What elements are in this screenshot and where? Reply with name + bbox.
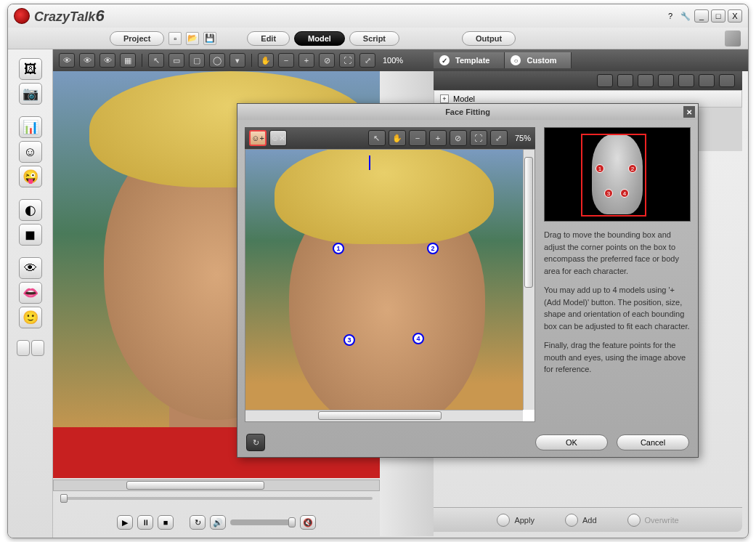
ref-marker-4: 4 bbox=[620, 189, 629, 198]
expand-icon[interactable]: ⤢ bbox=[490, 130, 508, 146]
tab-model[interactable]: Model bbox=[294, 31, 345, 46]
tool-mask-icon[interactable]: ◐ bbox=[19, 199, 42, 221]
dialog-close-button[interactable]: ✕ bbox=[683, 106, 695, 118]
dialog-canvas[interactable]: 1 2 3 4 bbox=[245, 150, 523, 410]
tool-prev-icon[interactable] bbox=[17, 340, 30, 356]
marker-mouth-right[interactable]: 4 bbox=[412, 333, 424, 344]
pause-button[interactable]: ⏸ bbox=[137, 515, 153, 530]
tool-eye-icon[interactable]: 👁 bbox=[19, 257, 42, 279]
tree-expand-icon[interactable]: + bbox=[440, 94, 449, 103]
overwrite-icon bbox=[627, 514, 641, 527]
remove-face-icon[interactable]: ☺✕ bbox=[269, 130, 287, 146]
circ-icon[interactable]: ◯ bbox=[209, 53, 225, 68]
minimize-button[interactable]: _ bbox=[694, 9, 709, 23]
left-toolbar: 🖼 📷 📊 ☺ 😜 ◐ ◼ 👁 👄 🙂 bbox=[8, 49, 53, 538]
volume-slider[interactable] bbox=[230, 519, 296, 525]
ref-marker-1: 1 bbox=[596, 164, 604, 173]
tool-face2-icon[interactable]: 😜 bbox=[19, 166, 42, 187]
tool-timeline-icon[interactable]: 📊 bbox=[19, 116, 42, 138]
cancel-button[interactable]: Cancel bbox=[617, 434, 689, 450]
add-icon bbox=[565, 514, 578, 527]
tool-camera-icon[interactable]: 📷 bbox=[19, 83, 42, 105]
rp-more-icon[interactable] bbox=[719, 74, 735, 87]
dialog-vscroll[interactable] bbox=[523, 150, 535, 410]
tool-silhouette-icon[interactable]: ◼ bbox=[19, 224, 42, 246]
dialog-left-panel: ☺+ ☺✕ ↖ ✋ − + ⊘ ⛶ ⤢ 75% 1 2 3 bbox=[245, 127, 535, 422]
add-face-icon[interactable]: ☺+ bbox=[249, 130, 267, 146]
rp-dup-icon[interactable] bbox=[658, 74, 674, 87]
playback-controls: ▶ ⏸ ■ ↻ 🔊 🔇 bbox=[53, 511, 380, 533]
save-icon[interactable]: 💾 bbox=[203, 32, 216, 45]
ok-button[interactable]: OK bbox=[535, 434, 608, 450]
reload-button[interactable]: ↻ bbox=[246, 434, 265, 451]
help-icon[interactable]: ? bbox=[664, 9, 677, 23]
right-toolbar bbox=[434, 71, 742, 90]
zoom-reset-icon[interactable]: ⊘ bbox=[450, 130, 467, 146]
tab-custom[interactable]: ○ Custom bbox=[505, 52, 572, 68]
arrow-icon[interactable]: ↖ bbox=[148, 53, 164, 68]
rp-del-icon[interactable] bbox=[678, 74, 694, 87]
overwrite-button[interactable]: Overwrite bbox=[617, 511, 689, 530]
zoom-reset-icon[interactable]: ⊘ bbox=[319, 53, 335, 68]
dialog-hscroll[interactable] bbox=[245, 410, 523, 421]
check-icon: ✓ bbox=[439, 55, 450, 65]
pointer-icon[interactable]: ↖ bbox=[368, 130, 386, 146]
rp-open-icon[interactable] bbox=[597, 74, 613, 87]
tab-output[interactable]: Output bbox=[462, 31, 516, 46]
fit-icon[interactable]: ⛶ bbox=[470, 130, 487, 146]
stop-button[interactable]: ■ bbox=[158, 515, 174, 530]
tab-edit[interactable]: Edit bbox=[247, 31, 290, 46]
apply-button[interactable]: Apply bbox=[487, 511, 545, 530]
dialog-footer: ↻ OK Cancel bbox=[237, 429, 698, 456]
tab-script[interactable]: Script bbox=[349, 31, 399, 46]
radio-icon: ○ bbox=[511, 55, 521, 65]
zoom-out-icon[interactable]: − bbox=[278, 53, 294, 68]
mute-button[interactable]: 🔇 bbox=[300, 515, 316, 530]
app-logo-icon bbox=[14, 8, 30, 24]
wrench-icon[interactable]: 🔧 bbox=[679, 9, 692, 23]
hand-icon[interactable]: ✋ bbox=[258, 53, 274, 68]
rect-icon[interactable]: ▢ bbox=[189, 53, 205, 68]
tool-head-icon[interactable]: 🙂 bbox=[19, 307, 42, 328]
eye-dim-icon[interactable]: 👁 bbox=[79, 53, 95, 68]
rp-gear-icon[interactable] bbox=[699, 74, 715, 87]
new-icon[interactable]: ▫ bbox=[168, 32, 182, 45]
tab-project[interactable]: Project bbox=[110, 31, 164, 46]
maximize-button[interactable]: □ bbox=[711, 9, 725, 23]
tool-face1-icon[interactable]: ☺ bbox=[19, 141, 42, 163]
eye-off-icon[interactable]: 👁 bbox=[99, 53, 115, 68]
tool-mouth-icon[interactable]: 👄 bbox=[19, 282, 42, 304]
tab-template[interactable]: ✓ Template bbox=[434, 52, 505, 68]
dialog-right-panel: 1 2 3 4 Drag to move the bounding box an… bbox=[544, 127, 691, 422]
zoom-in-icon[interactable]: + bbox=[298, 53, 314, 68]
tool-next-icon[interactable] bbox=[31, 340, 44, 356]
dialog-title-bar[interactable]: Face Fitting ✕ bbox=[237, 104, 698, 120]
add-button[interactable]: Add bbox=[555, 511, 607, 530]
select-icon[interactable]: ▭ bbox=[168, 53, 184, 68]
help-para-2: You may add up to 4 models using '+ (Add… bbox=[544, 284, 691, 332]
loop-button[interactable]: ↻ bbox=[190, 515, 206, 530]
rp-copy-icon[interactable] bbox=[617, 74, 633, 87]
close-button[interactable]: X bbox=[728, 9, 742, 23]
hand-icon[interactable]: ✋ bbox=[389, 130, 406, 146]
expand-icon[interactable]: ⤢ bbox=[359, 53, 375, 68]
rp-paste-icon[interactable] bbox=[638, 74, 654, 87]
canvas-hscroll[interactable] bbox=[53, 480, 380, 491]
open-icon[interactable]: 📂 bbox=[186, 32, 199, 45]
grid-icon[interactable]: ▦ bbox=[120, 53, 136, 68]
zoom-in-icon[interactable]: + bbox=[429, 130, 447, 146]
tool-photo-icon[interactable]: 🖼 bbox=[19, 58, 42, 80]
zoom-out-icon[interactable]: − bbox=[409, 130, 426, 146]
dialog-toolbar: ☺+ ☺✕ ↖ ✋ − + ⊘ ⛶ ⤢ 75% bbox=[245, 127, 535, 149]
timeline-slider[interactable] bbox=[53, 494, 380, 506]
marker-mouth-left[interactable]: 3 bbox=[344, 334, 355, 346]
marker-eye-left[interactable]: 1 bbox=[333, 243, 344, 254]
fit-icon[interactable]: ⛶ bbox=[339, 53, 355, 68]
volume-icon[interactable]: 🔊 bbox=[210, 515, 226, 530]
dropdown-icon[interactable]: ▾ bbox=[229, 53, 245, 68]
play-button[interactable]: ▶ bbox=[117, 515, 133, 530]
cube-icon[interactable] bbox=[725, 31, 741, 46]
marker-eye-right[interactable]: 2 bbox=[427, 243, 439, 254]
eye-on-icon[interactable]: 👁 bbox=[59, 53, 75, 68]
ref-marker-2: 2 bbox=[628, 164, 637, 173]
